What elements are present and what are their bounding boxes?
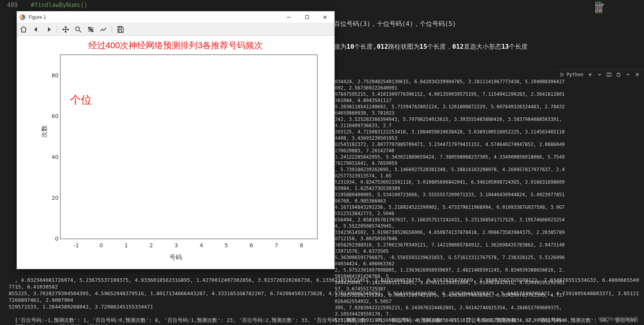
x-tick: 4 xyxy=(189,242,214,248)
customize-button[interactable] xyxy=(99,25,108,34)
minimize-icon xyxy=(286,15,291,20)
pan-icon xyxy=(62,26,70,33)
svg-line-18 xyxy=(79,30,81,32)
svg-point-22 xyxy=(88,27,90,28)
terminal-split-button[interactable] xyxy=(606,72,612,77)
terminal-close-button[interactable] xyxy=(635,72,640,77)
chevron-down-icon xyxy=(597,72,602,77)
forward-button[interactable] xyxy=(44,25,53,34)
play-icon xyxy=(560,72,565,77)
code-comment: #findlawByNums() xyxy=(31,2,88,9)
svg-rect-25 xyxy=(119,26,122,28)
x-tick: -1 xyxy=(64,242,89,248)
back-button[interactable] xyxy=(32,25,40,34)
annotation-text: 个位 xyxy=(70,93,92,108)
svg-point-17 xyxy=(75,27,79,31)
code-partial-line-2: 值为10个长度,012路柱状图为15个长度，012直选大小形态13个长度 xyxy=(334,42,565,51)
figure-window: Figure 1 xyxy=(17,11,335,269)
pan-button[interactable] xyxy=(61,25,70,34)
code-partial-line-1: 百位号码(3)，十位号码(4)，个位号码(5) xyxy=(334,20,565,28)
y-tick: 60 xyxy=(47,113,59,119)
customize-icon xyxy=(99,26,107,33)
chevron-up-icon xyxy=(625,72,631,77)
subplots-button[interactable] xyxy=(86,25,95,34)
subplots-icon xyxy=(87,26,95,33)
trash-icon xyxy=(616,72,621,77)
x-tick: 3 xyxy=(164,242,189,248)
svg-point-24 xyxy=(92,30,93,31)
y-axis-label: 次数 xyxy=(40,125,49,138)
close-icon xyxy=(323,15,327,20)
x-tick: 2 xyxy=(139,242,164,248)
window-close-button[interactable] xyxy=(319,13,330,21)
x-tick: 8 xyxy=(289,242,314,248)
terminal-header: Python xyxy=(556,69,644,79)
home-icon xyxy=(20,26,28,33)
mpl-logo-icon xyxy=(19,14,26,20)
x-tick: 7 xyxy=(264,242,289,248)
x-tick: 5 xyxy=(214,242,239,248)
axes: 020406080 -1012345678 xyxy=(60,55,317,239)
svg-rect-5 xyxy=(617,73,620,76)
plot-canvas: 经过400次神经网络预测排列3各推荐号码频次 020406080 -101234… xyxy=(17,36,334,269)
svg-rect-26 xyxy=(119,29,122,32)
window-titlebar[interactable]: Figure 1 xyxy=(17,11,334,23)
terminal-output-bottom: , 4.032504081726074, 5.23675537109375, 4… xyxy=(9,270,640,325)
plot-title: 经过400次神经网络预测排列3各推荐号码频次 xyxy=(25,40,327,51)
x-tick: 1 xyxy=(114,242,139,248)
close-icon xyxy=(635,72,640,77)
x-tick: 6 xyxy=(239,242,264,248)
line-number: 489 xyxy=(7,2,18,9)
terminal-dropdown-button[interactable] xyxy=(597,72,602,77)
split-icon xyxy=(606,72,612,77)
window-title: Figure 1 xyxy=(29,15,283,20)
svg-marker-0 xyxy=(561,73,563,76)
watermark: CSDN @GIS小天 xyxy=(598,316,638,323)
plus-icon xyxy=(587,72,593,77)
terminal-add-button[interactable] xyxy=(587,72,593,77)
x-axis-label: 号码 xyxy=(169,254,182,262)
y-tick: 40 xyxy=(47,154,59,160)
y-tick: 80 xyxy=(47,72,59,79)
save-icon xyxy=(116,26,124,33)
window-minimize-button[interactable] xyxy=(283,13,294,21)
y-tick: 0 xyxy=(47,236,59,242)
x-tick: 0 xyxy=(89,242,114,248)
maximize-icon xyxy=(305,15,309,19)
y-tick: 20 xyxy=(47,195,59,201)
home-button[interactable] xyxy=(19,25,28,34)
forward-icon xyxy=(45,26,53,33)
terminal-kernel-button[interactable]: Python xyxy=(560,72,583,77)
save-button[interactable] xyxy=(116,25,125,34)
back-icon xyxy=(32,26,40,33)
terminal-maximize-button[interactable] xyxy=(625,72,631,77)
mpl-toolbar xyxy=(17,23,334,36)
zoom-button[interactable] xyxy=(74,25,83,34)
svg-point-23 xyxy=(90,29,91,30)
terminal-trash-button[interactable] xyxy=(616,72,621,77)
zoom-icon xyxy=(74,26,82,33)
svg-rect-12 xyxy=(305,15,308,18)
window-maximize-button[interactable] xyxy=(301,13,312,21)
minimap[interactable]: ██ ████████ ████ ██ ████ ███ ██████ ███ … xyxy=(593,0,644,65)
